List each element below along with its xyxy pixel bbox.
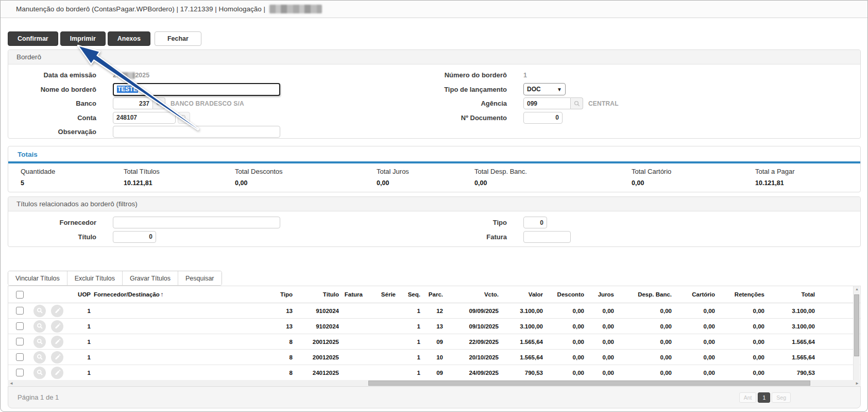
fatura-filtro-label: Fatura [401, 233, 507, 241]
agencia-description: CENTRAL [588, 100, 619, 107]
tipo-lancamento-select[interactable]: DOC ▼ [523, 83, 566, 95]
current-page-button[interactable]: 1 [758, 392, 770, 403]
observacao-input[interactable] [113, 126, 280, 138]
tipo-filtro-label: Tipo [401, 219, 507, 226]
row-edit-button[interactable] [51, 351, 63, 364]
total-value: 0,00 [474, 179, 632, 187]
page-title: Manutenção do borderô (ContasPagar.WPBor… [16, 5, 265, 13]
titulos-table: UOP Fornecedor/Destinação↑ Tipo Título F… [8, 286, 861, 381]
cell-titulo: 24012025 [293, 370, 339, 376]
banco-input[interactable] [113, 97, 153, 109]
cell-tipo: 13 [264, 323, 293, 329]
toolbar: Confirmar Imprimir Anexos Fechar [8, 31, 201, 46]
row-view-button[interactable] [33, 305, 46, 317]
agencia-input[interactable] [523, 97, 571, 109]
vertical-scroll-thumb[interactable] [854, 294, 859, 356]
cell-parc: 12 [420, 308, 443, 314]
search-icon [37, 369, 43, 376]
row-edit-button[interactable] [51, 367, 63, 379]
vincular-titulos-button[interactable]: Vincular Títulos [8, 271, 67, 285]
cell-desconto: 0,00 [543, 308, 584, 314]
column-header-tipo[interactable]: Tipo [264, 291, 293, 298]
column-header-fatura[interactable]: Fatura [339, 291, 363, 298]
imprimir-button[interactable]: Imprimir [60, 31, 106, 46]
column-header-uop[interactable]: UOP [66, 291, 91, 298]
row-checkbox[interactable] [16, 322, 24, 330]
anexos-button[interactable]: Anexos [108, 31, 150, 46]
column-header-total[interactable]: Total [764, 291, 815, 298]
scroll-right-icon[interactable]: ► [855, 381, 859, 386]
cell-uop: 1 [66, 354, 91, 360]
tipo-filtro-input[interactable] [523, 217, 547, 228]
column-header-fornecedor[interactable]: Fornecedor/Destinação↑ [91, 291, 264, 298]
prev-page-button[interactable]: Ant [739, 392, 757, 403]
cell-parc: 10 [420, 354, 443, 360]
agencia-search-button[interactable] [571, 97, 583, 109]
next-page-button[interactable]: Seg [772, 392, 791, 403]
total-value: 0,00 [377, 179, 474, 187]
totais-tab[interactable]: Totais [8, 146, 860, 161]
scroll-left-icon[interactable]: ◄ [9, 381, 13, 386]
total-label: Quantidade [21, 168, 124, 175]
cell-retencoes: 0,00 [715, 339, 764, 345]
banco-description: BANCO BRADESCO S/A [171, 100, 244, 107]
column-header-parc[interactable]: Parc. [420, 291, 443, 298]
cell-parc: 09 [420, 370, 443, 376]
gravar-titulos-button[interactable]: Gravar Títulos [123, 271, 178, 285]
column-header-seq[interactable]: Seq. [396, 291, 420, 298]
fechar-button[interactable]: Fechar [155, 31, 201, 46]
row-view-button[interactable] [33, 336, 46, 348]
cell-uop: 1 [66, 323, 91, 329]
pencil-icon [54, 338, 61, 345]
nome-bordero-input[interactable]: TESTE [113, 83, 280, 96]
cell-valor: 3.100,00 [499, 323, 543, 329]
column-header-desp-banc[interactable]: Desp. Banc. [614, 291, 672, 298]
horizontal-scroll-thumb[interactable] [368, 381, 810, 386]
nome-bordero-label: Nome do borderô [8, 86, 96, 93]
pesquisar-button[interactable]: Pesquisar [178, 271, 222, 285]
num-documento-input[interactable] [523, 112, 563, 124]
bordero-panel-header: Borderô [8, 50, 860, 64]
scroll-up-icon[interactable]: ▲ [855, 287, 859, 291]
row-edit-button[interactable] [51, 336, 63, 348]
column-header-serie[interactable]: Série [363, 291, 396, 298]
titulo-filtro-input[interactable] [113, 231, 156, 243]
titulo-filtro-label: Título [8, 233, 96, 241]
cell-titulo: 9102024 [293, 308, 339, 314]
conta-search-button[interactable] [178, 112, 190, 124]
confirmar-button[interactable]: Confirmar [8, 31, 58, 46]
column-header-vcto[interactable]: Vcto. [443, 291, 499, 298]
banco-search-button[interactable] [153, 97, 165, 109]
row-edit-button[interactable] [51, 305, 63, 317]
row-checkbox[interactable] [16, 369, 24, 376]
column-header-retencoes[interactable]: Retenções [715, 291, 764, 298]
row-checkbox[interactable] [16, 353, 24, 361]
numero-bordero-value: 1 [523, 72, 527, 79]
conta-input[interactable] [113, 112, 176, 124]
bordero-panel: Borderô Data da emissão 29/2025 Número d… [8, 50, 861, 139]
cell-vcto: 09/09/2025 [443, 308, 499, 314]
totais-grid: Quantidade5 Total Títulos10.121,81 Total… [8, 163, 860, 192]
row-view-button[interactable] [33, 320, 46, 333]
fornecedor-input[interactable] [113, 217, 280, 228]
row-view-button[interactable] [33, 351, 46, 364]
vertical-scrollbar[interactable]: ▲ [853, 286, 860, 387]
column-header-desconto[interactable]: Desconto [543, 291, 584, 298]
cell-desconto: 0,00 [543, 339, 584, 345]
cell-tipo: 8 [264, 339, 293, 345]
data-emissao-label: Data da emissão [8, 71, 96, 79]
row-checkbox[interactable] [16, 307, 24, 315]
cell-valor: 1.565,64 [499, 354, 543, 360]
horizontal-scrollbar[interactable]: ◄ ► [8, 380, 861, 386]
column-header-valor[interactable]: Valor [499, 291, 543, 298]
row-checkbox[interactable] [16, 338, 24, 345]
column-header-cartorio[interactable]: Cartório [672, 291, 715, 298]
row-view-button[interactable] [33, 367, 46, 379]
row-edit-button[interactable] [51, 320, 63, 333]
column-header-juros[interactable]: Juros [584, 291, 614, 298]
column-header-titulo[interactable]: Título [293, 291, 339, 298]
total-value: 10.121,81 [755, 179, 860, 187]
excluir-titulos-button[interactable]: Excluir Títulos [67, 271, 123, 285]
select-all-checkbox[interactable] [16, 291, 24, 299]
fatura-filtro-input[interactable] [523, 231, 571, 243]
